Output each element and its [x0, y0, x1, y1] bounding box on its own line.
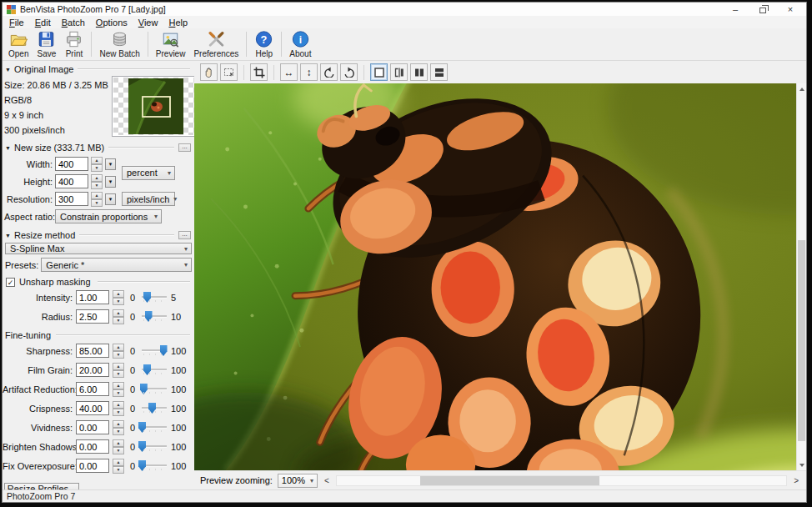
new-size-options-button[interactable]: ...	[178, 143, 191, 152]
artifact-reduction-spinner[interactable]: ▲▼	[113, 382, 124, 396]
vertical-scrollbar[interactable]	[796, 83, 806, 470]
crispness-input[interactable]	[76, 401, 109, 415]
film-grain-input[interactable]	[76, 363, 109, 377]
spinner-down-icon[interactable]: ▼	[91, 199, 103, 207]
spinner-down-icon[interactable]: ▼	[113, 409, 124, 416]
menu-file[interactable]: File	[5, 18, 31, 28]
marquee-select-button[interactable]	[220, 63, 238, 81]
artifact-reduction-slider[interactable]	[142, 383, 167, 395]
restore-button[interactable]	[751, 3, 774, 15]
artifact-reduction-input[interactable]	[76, 382, 109, 396]
spinner-up-icon[interactable]: ▲	[113, 459, 124, 466]
new-size-section-header[interactable]: ▼ New size (333.71 MB) ...	[3, 139, 194, 154]
resize-profiles-button[interactable]: Resize Profiles...	[4, 483, 79, 489]
rotate-right-button[interactable]	[340, 63, 358, 81]
spinner-up-icon[interactable]: ▲	[91, 157, 103, 164]
vividness-spinner[interactable]: ▲▼	[113, 420, 124, 434]
spinner-down-icon[interactable]: ▼	[113, 389, 124, 397]
scroll-up-button[interactable]	[797, 83, 806, 94]
intensity-slider[interactable]	[142, 291, 167, 304]
rotate-left-button[interactable]	[320, 63, 338, 81]
slider-thumb[interactable]	[140, 384, 148, 394]
crop-tool-button[interactable]	[250, 63, 268, 81]
brighten-shadows-spinner[interactable]: ▲▼	[113, 439, 124, 454]
crispness-slider[interactable]	[142, 402, 167, 414]
pan-tool-button[interactable]	[200, 63, 218, 81]
horizontal-scroll-thumb[interactable]	[420, 476, 600, 485]
vividness-input[interactable]	[76, 420, 109, 434]
resize-method-options-button[interactable]: ...	[178, 231, 191, 239]
new-batch-button[interactable]: New Batch	[95, 29, 143, 59]
horizontal-scrollbar[interactable]	[336, 475, 787, 486]
view-side-by-side-button[interactable]	[410, 63, 428, 81]
minimize-button[interactable]: –	[724, 3, 747, 15]
scroll-left-button[interactable]: <	[323, 476, 331, 485]
width-input[interactable]	[55, 157, 88, 171]
menu-edit[interactable]: Edit	[31, 18, 58, 28]
preview-button[interactable]: Preview	[152, 29, 190, 59]
fix-overexposure-input[interactable]	[76, 459, 109, 473]
intensity-input[interactable]	[76, 290, 109, 304]
preview-zoom-dropdown[interactable]: 100% ▾	[278, 474, 318, 488]
sharpness-spinner[interactable]: ▲▼	[113, 344, 124, 358]
spinner-down-icon[interactable]: ▼	[113, 428, 124, 435]
flip-vertical-button[interactable]: ↕	[300, 63, 318, 81]
spinner-down-icon[interactable]: ▼	[91, 182, 103, 189]
spinner-down-icon[interactable]: ▼	[113, 370, 124, 378]
about-button[interactable]: i About	[285, 29, 315, 59]
vertical-scroll-track[interactable]	[797, 94, 806, 459]
radius-spinner[interactable]: ▲▼	[113, 309, 124, 324]
spinner-up-icon[interactable]: ▲	[113, 290, 124, 298]
spinner-down-icon[interactable]: ▼	[113, 298, 124, 305]
film-grain-slider[interactable]	[142, 364, 167, 376]
spinner-up-icon[interactable]: ▲	[113, 382, 124, 389]
menu-help[interactable]: Help	[164, 18, 194, 28]
spinner-up-icon[interactable]: ▲	[113, 401, 124, 409]
unsharp-masking-checkbox[interactable]: ✓	[6, 278, 15, 287]
spinner-down-icon[interactable]: ▼	[113, 351, 124, 359]
slider-thumb[interactable]	[160, 345, 168, 356]
print-button[interactable]: Print	[60, 29, 88, 59]
height-link-button[interactable]: ▾	[105, 176, 116, 188]
brighten-shadows-slider[interactable]	[142, 440, 167, 453]
spinner-down-icon[interactable]: ▼	[91, 164, 103, 172]
brighten-shadows-input[interactable]	[76, 439, 109, 454]
spinner-up-icon[interactable]: ▲	[113, 439, 124, 447]
vividness-slider[interactable]	[142, 421, 167, 434]
spinner-up-icon[interactable]: ▲	[113, 344, 124, 351]
radius-input[interactable]	[76, 309, 109, 324]
slider-thumb[interactable]	[138, 460, 146, 471]
save-button[interactable]: Save	[33, 29, 60, 59]
view-stacked-button[interactable]	[430, 63, 448, 81]
spinner-up-icon[interactable]: ▲	[113, 363, 124, 370]
film-grain-spinner[interactable]: ▲▼	[113, 363, 124, 377]
spinner-up-icon[interactable]: ▲	[113, 309, 124, 317]
slider-thumb[interactable]	[143, 292, 151, 303]
fix-overexposure-slider[interactable]	[142, 459, 167, 472]
width-spinner[interactable]: ▲▼	[91, 157, 103, 171]
crispness-spinner[interactable]: ▲▼	[113, 401, 124, 415]
open-button[interactable]: Open	[4, 29, 33, 59]
aspect-ratio-dropdown[interactable]: Constrain proportions▾	[55, 209, 162, 223]
size-unit-dropdown[interactable]: percent▾	[122, 166, 175, 180]
close-button[interactable]: ×	[779, 3, 802, 15]
spinner-up-icon[interactable]: ▲	[91, 174, 103, 182]
resolution-input[interactable]	[55, 192, 88, 206]
spinner-up-icon[interactable]: ▲	[113, 420, 124, 428]
spinner-down-icon[interactable]: ▼	[113, 466, 124, 474]
spinner-down-icon[interactable]: ▼	[113, 447, 124, 454]
resize-method-dropdown[interactable]: S-Spline Max▾	[5, 243, 192, 254]
sharpness-slider[interactable]	[142, 344, 167, 357]
slider-thumb[interactable]	[138, 422, 146, 433]
width-link-button[interactable]: ▾	[105, 158, 116, 170]
presets-dropdown[interactable]: Generic *▾	[41, 258, 192, 272]
view-single-button[interactable]	[370, 63, 388, 81]
slider-thumb[interactable]	[148, 403, 156, 414]
scroll-right-button[interactable]: >	[792, 476, 800, 485]
preview-image[interactable]	[194, 83, 796, 470]
original-image-section-header[interactable]: ▼ Original Image	[3, 61, 194, 76]
slider-thumb[interactable]	[145, 311, 153, 322]
help-button[interactable]: ? Help	[250, 29, 278, 59]
original-thumbnail[interactable]	[112, 76, 194, 137]
menu-options[interactable]: Options	[92, 18, 134, 28]
